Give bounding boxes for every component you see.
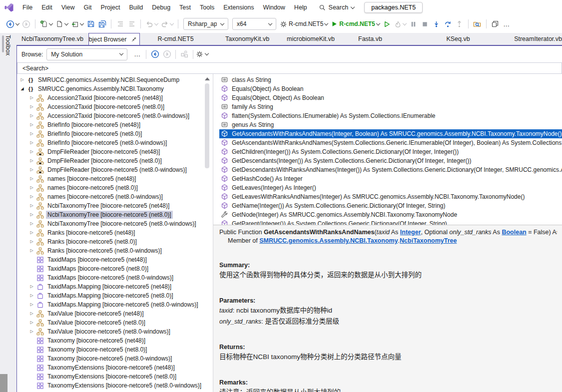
tree-row[interactable]: Ranks [biocore-netcore5 (net8.0-windows)…: [17, 246, 213, 255]
member-row[interactable]: GetHashCode() As Integer: [219, 174, 562, 183]
member-row[interactable]: family As String: [219, 102, 562, 111]
expander-icon[interactable]: [29, 327, 34, 336]
expander-icon[interactable]: [29, 201, 34, 210]
menu-search[interactable]: Search: [319, 4, 355, 11]
start-debugging-button[interactable]: R-cmd.NET5: [330, 18, 380, 30]
menu-item[interactable]: Test: [175, 1, 195, 13]
document-tab[interactable]: NcbiTaxonomyTree.vb: [16, 33, 88, 45]
tree-row[interactable]: Taxonomy [biocore-netcore5 (net48)]: [17, 336, 213, 345]
tree-row[interactable]: TaxidMaps [biocore-netcore5 (net8.0)]: [17, 264, 213, 273]
browser-forward-button[interactable]: [161, 48, 173, 60]
tree-row[interactable]: names [biocore-netcore5 (net8.0)]: [17, 183, 213, 192]
menu-item[interactable]: Window: [258, 1, 289, 13]
member-row[interactable]: GetDescendants(Integer()) As System.Coll…: [219, 156, 562, 165]
tree-row[interactable]: NcbiTaxonomyTree [biocore-netcore5 (net8…: [17, 210, 213, 219]
menu-item[interactable]: Build: [124, 1, 147, 13]
save-all-button[interactable]: [97, 18, 107, 30]
solution-explorer-button[interactable]: [490, 18, 501, 30]
member-row[interactable]: GetParent(Integer()) As System.Collectio…: [219, 219, 562, 225]
expander-icon[interactable]: [19, 75, 25, 84]
expander-icon[interactable]: [29, 111, 34, 120]
expander-icon[interactable]: [29, 228, 34, 237]
expander-icon[interactable]: [29, 246, 34, 255]
tree-row[interactable]: TaxidMaps [biocore-netcore5 (net48)]: [17, 255, 213, 264]
tree-row[interactable]: TaxiValue [biocore-netcore5 (net48)]: [17, 309, 213, 318]
document-tab[interactable]: KSeq.vb: [402, 33, 514, 45]
menu-item[interactable]: Project: [96, 1, 125, 13]
open-file-button[interactable]: [54, 18, 69, 30]
tree-row[interactable]: TaxidMaps.Mapping [biocore-netcore5 (net…: [17, 291, 213, 300]
navigate-forward-button[interactable]: [21, 18, 31, 30]
save-button[interactable]: [85, 18, 96, 30]
expander-icon[interactable]: [29, 93, 34, 102]
step-into-button[interactable]: [431, 18, 442, 30]
expander-icon[interactable]: [29, 210, 34, 219]
member-row[interactable]: flatten(System.Collections.IEnumerable) …: [219, 111, 562, 120]
member-row[interactable]: Equals(Object, Object) As Boolean: [219, 93, 562, 102]
member-row[interactable]: genus As String: [219, 120, 562, 129]
expander-icon[interactable]: [29, 309, 34, 318]
member-row[interactable]: GetNode(Integer) As SMRUCC.genomics.Asse…: [219, 210, 562, 219]
new-file-button[interactable]: [39, 18, 53, 30]
add-to-references-button[interactable]: [178, 48, 190, 60]
step-out-button[interactable]: [454, 18, 465, 30]
tree-row[interactable]: TaxiValue [biocore-netcore5 (net8.0)]: [17, 318, 213, 327]
browse-scope-dropdown[interactable]: My Solution: [46, 48, 127, 60]
member-row[interactable]: GetName(Integer()) As System.Collections…: [219, 201, 562, 210]
tree-row[interactable]: TaxonomyExtensions [biocore-netcore5 (ne…: [17, 372, 213, 381]
expander-icon[interactable]: [29, 318, 34, 327]
menu-item[interactable]: Edit: [37, 1, 57, 13]
browser-back-button[interactable]: [149, 48, 161, 60]
tree-row[interactable]: DmpFileReader [biocore-netcore5 (net48)]: [17, 147, 213, 156]
pause-button[interactable]: [408, 18, 419, 30]
document-tab[interactable]: R-cmd.NET5: [140, 33, 211, 45]
add-item-button[interactable]: [70, 18, 84, 30]
tree-row[interactable]: DmpFileReader [biocore-netcore5 (net8.0-…: [17, 165, 213, 174]
tree-row[interactable]: TaxiValue [biocore-netcore5 (net8.0-wind…: [17, 327, 213, 336]
menu-item[interactable]: Debug: [147, 1, 175, 13]
tree-row[interactable]: { } SMRUCC.genomics.Assembly.NCBI.Taxono…: [17, 84, 213, 93]
menu-item[interactable]: Git: [79, 1, 96, 13]
expander-icon[interactable]: [29, 102, 34, 111]
member-row[interactable]: Equals(Object) As Boolean: [219, 84, 562, 93]
start-without-debugging-button[interactable]: [382, 18, 392, 30]
expander-icon[interactable]: [29, 138, 34, 147]
expander-icon[interactable]: [29, 219, 34, 228]
menu-item[interactable]: File: [18, 1, 37, 13]
expander-icon[interactable]: [29, 120, 34, 129]
expander-icon[interactable]: [29, 165, 34, 174]
tree-row[interactable]: Accession2Taxid [biocore-netcore5 (net8.…: [17, 111, 213, 120]
document-tab[interactable]: Object Browser ×: [88, 33, 140, 45]
tree-row[interactable]: Ranks [biocore-netcore5 (net48)]: [17, 228, 213, 237]
pin-icon[interactable]: [131, 36, 137, 42]
toolbox-tab[interactable]: Toolbox: [4, 35, 11, 55]
tree-row[interactable]: BriefInfo [biocore-netcore5 (net8.0)]: [17, 129, 213, 138]
expander-icon[interactable]: [29, 192, 34, 201]
member-of-segment[interactable]: NcbiTaxonomyTree: [400, 237, 457, 244]
tree-row[interactable]: NcbiTaxonomyTree [biocore-netcore5 (net8…: [17, 219, 213, 228]
tree-row[interactable]: BriefInfo [biocore-netcore5 (net8.0-wind…: [17, 138, 213, 147]
package-badge-button[interactable]: packages.NET5: [364, 2, 423, 13]
expander-icon[interactable]: [29, 291, 34, 300]
scroll-up-arrow-icon[interactable]: [205, 77, 210, 80]
toggle-outdent-button[interactable]: [126, 18, 137, 30]
edit-custom-component-set-button[interactable]: …: [131, 48, 143, 60]
tree-row[interactable]: NcbiTaxonomyTree [biocore-netcore5 (net4…: [17, 201, 213, 210]
menu-item[interactable]: View: [57, 1, 79, 13]
member-row[interactable]: GetAscendantsWithRanksAndNames(Integer, …: [219, 129, 562, 138]
tree-row[interactable]: TaxonomyExtensions [biocore-netcore5 (ne…: [17, 363, 213, 372]
tree-row[interactable]: Taxonomy [biocore-netcore5 (net8.0)]: [17, 345, 213, 354]
expander-icon[interactable]: [29, 183, 34, 192]
expander-icon[interactable]: [29, 282, 34, 291]
expander-icon[interactable]: [29, 147, 34, 156]
tree-row[interactable]: TaxidMaps.Mapping [biocore-netcore5 (net…: [17, 282, 213, 291]
expander-icon[interactable]: [29, 300, 34, 309]
expander-icon[interactable]: [29, 237, 34, 246]
signature-segment[interactable]: Integer: [400, 229, 421, 236]
tree-row[interactable]: TaxidMaps.Mapping [biocore-netcore5 (net…: [17, 300, 213, 309]
expander-icon[interactable]: [29, 129, 34, 138]
step-over-button[interactable]: [443, 18, 453, 30]
document-tab[interactable]: Fasta.vb: [338, 33, 402, 45]
expander-icon[interactable]: [29, 174, 34, 183]
menu-item[interactable]: Tools: [195, 1, 219, 13]
